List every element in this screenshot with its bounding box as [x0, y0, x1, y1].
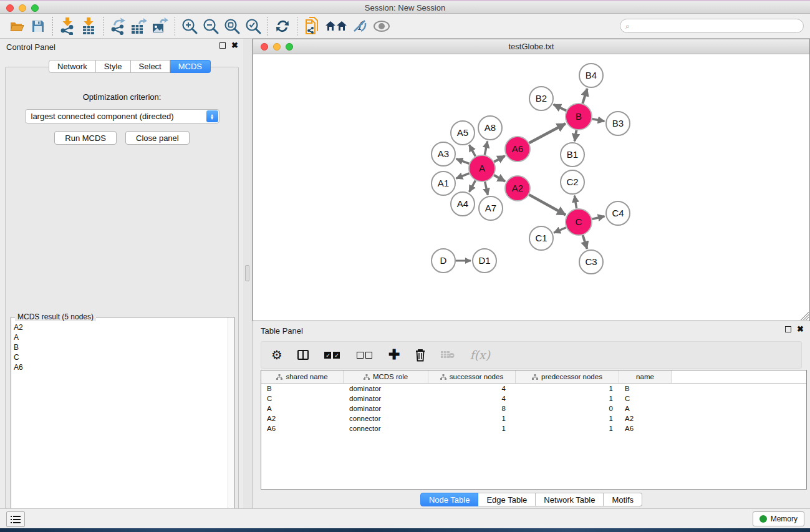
refresh-layout-button[interactable] — [272, 16, 293, 36]
column-header-successor-nodes[interactable]: successor nodes — [428, 370, 516, 383]
zoom-out-button[interactable] — [200, 16, 221, 36]
table-close-icon[interactable]: ✖ — [797, 326, 804, 332]
table-cell: 0 — [516, 404, 619, 414]
tab-motifs[interactable]: Motifs — [604, 493, 642, 506]
tab-network-table[interactable]: Network Table — [536, 493, 604, 506]
import-network-button[interactable] — [57, 16, 78, 36]
graph-edge-A-A5[interactable] — [470, 145, 476, 156]
save-session-icon — [32, 20, 44, 32]
resize-grip-icon[interactable] — [801, 312, 809, 320]
graph-edge-A-A8[interactable] — [485, 142, 487, 155]
table-row[interactable]: A6connector11A6 — [261, 423, 806, 433]
show-grid-button[interactable] — [322, 16, 350, 36]
graph-edge-A-A1[interactable] — [456, 173, 470, 178]
graph-edge-C-C3[interactable] — [583, 235, 587, 249]
graph-node-label: D — [440, 255, 447, 266]
open-file-button[interactable] — [6, 16, 27, 36]
zoom-in-button[interactable] — [179, 16, 200, 36]
zoom-selected-button[interactable] — [243, 16, 264, 36]
column-header-predecessor-nodes[interactable]: predecessor nodes — [516, 370, 619, 383]
graph-edge-B-B2[interactable] — [554, 105, 566, 111]
graph-edge-A-A3[interactable] — [456, 159, 470, 164]
tab-mcds[interactable]: MCDS — [170, 60, 211, 73]
graph-node-label: C4 — [612, 208, 624, 218]
table-float-icon[interactable] — [785, 326, 791, 332]
table-cell: A — [261, 404, 344, 414]
list-item[interactable]: A2 — [14, 322, 228, 332]
export-image-button[interactable] — [150, 16, 171, 36]
graph-edge-B-B3[interactable] — [592, 119, 605, 121]
export-table-button[interactable] — [128, 16, 150, 36]
split-pane-divider[interactable] — [243, 39, 253, 508]
select-all-button[interactable]: ✓✓ — [324, 347, 341, 363]
column-header-MCDS-role[interactable]: MCDS role — [344, 370, 428, 383]
table-row[interactable]: Adominator80A — [261, 404, 806, 414]
columns-icon — [297, 350, 309, 360]
task-history-button[interactable] — [6, 511, 25, 527]
function-disabled-button[interactable]: f — [350, 16, 371, 36]
graph-edge-C-C4[interactable] — [592, 216, 604, 219]
graph-edge-A-A2[interactable] — [494, 175, 505, 181]
graph-node-label: B — [576, 111, 582, 122]
graph-edge-A-A4[interactable] — [470, 180, 476, 191]
control-panel: Control Panel ✖ Network Style Select MCD… — [0, 39, 243, 508]
float-panel-icon[interactable] — [219, 42, 226, 49]
attribute-type-icon — [364, 374, 370, 380]
fx-icon: f(x) — [470, 348, 490, 362]
graph-node-label: A3 — [438, 148, 449, 159]
show-columns-button[interactable] — [297, 347, 309, 363]
graph-edge-A-A6[interactable] — [494, 156, 504, 162]
deselect-all-button[interactable] — [356, 347, 374, 363]
main-toolbar: f ⌕ — [0, 14, 810, 39]
table-tabs: Node Table Edge Table Network Table Moti… — [253, 493, 810, 506]
list-item[interactable]: A — [14, 332, 228, 342]
table-row[interactable]: Bdominator41B — [261, 384, 806, 394]
graph-edge-C-C1[interactable] — [554, 228, 566, 233]
column-header-shared-name[interactable]: shared name — [261, 370, 344, 383]
delete-column-button[interactable] — [415, 347, 426, 363]
memory-button[interactable]: Memory — [753, 511, 804, 526]
table-row[interactable]: A2connector11A2 — [261, 414, 806, 423]
result-scrollbar[interactable] — [228, 317, 234, 526]
graph-node-label: B2 — [536, 93, 547, 104]
criterion-select[interactable]: largest connected component (directed) ▲… — [25, 109, 219, 123]
table-cell: 1 — [428, 423, 516, 433]
import-table-button[interactable] — [78, 16, 99, 36]
table-settings-button[interactable]: ⚙ — [271, 347, 282, 363]
graph-edge-A6-B[interactable] — [529, 123, 566, 143]
export-network-button[interactable] — [107, 16, 128, 36]
graph-edge-A-A7[interactable] — [485, 181, 488, 195]
network-window-titlebar[interactable]: testGlobe.txt — [253, 39, 809, 54]
memory-label: Memory — [771, 515, 798, 523]
search-input[interactable] — [630, 20, 803, 32]
graph-edge-A2-C[interactable] — [529, 195, 566, 215]
tab-style[interactable]: Style — [96, 60, 131, 73]
clone-network-button[interactable] — [301, 16, 322, 36]
save-session-button[interactable] — [27, 16, 49, 36]
table-cell: 4 — [428, 394, 516, 404]
divider-grip[interactable] — [245, 265, 249, 281]
run-mcds-button[interactable]: Run MCDS — [54, 131, 117, 145]
graph-node-label: A5 — [457, 127, 468, 138]
tab-node-table[interactable]: Node Table — [420, 493, 479, 506]
graph-edge-C-C2[interactable] — [574, 196, 576, 209]
eye-button[interactable] — [371, 16, 392, 36]
table-cell: 1 — [516, 394, 619, 404]
column-header-name[interactable]: name — [619, 370, 672, 383]
close-panel-button[interactable]: Close panel — [125, 131, 190, 145]
list-item[interactable]: B — [14, 342, 228, 352]
table-cell: 8 — [428, 404, 516, 414]
table-cell: dominator — [344, 384, 428, 394]
network-canvas[interactable]: B4B2BB3A8A5A6A3B1AC2A1A2A4A7C4CC1DD1C3 — [253, 54, 809, 321]
graph-edge-B-B4[interactable] — [582, 89, 587, 104]
list-item[interactable]: A6 — [14, 362, 228, 372]
table-row[interactable]: Cdominator41C — [261, 394, 806, 404]
zoom-fit-button[interactable] — [221, 16, 243, 36]
tab-edge-table[interactable]: Edge Table — [478, 493, 536, 506]
graph-edge-B-B1[interactable] — [575, 130, 577, 142]
tab-select[interactable]: Select — [131, 60, 170, 73]
close-panel-icon[interactable]: ✖ — [231, 42, 238, 49]
tab-network[interactable]: Network — [49, 60, 96, 73]
add-column-button[interactable]: ✚ — [388, 347, 400, 363]
list-item[interactable]: C — [14, 352, 228, 362]
